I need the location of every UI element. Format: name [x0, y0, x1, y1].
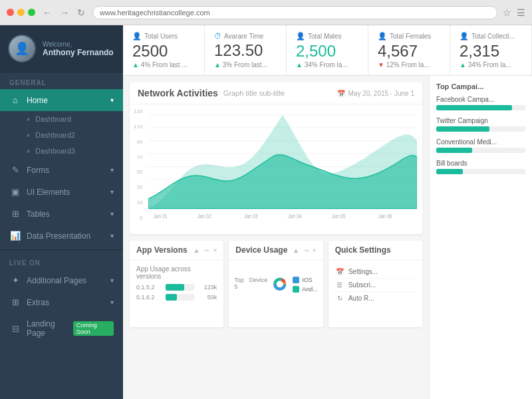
device-usage-body: Top 5 Device [229, 260, 323, 309]
qs-subscri-label: Subscri... [348, 281, 376, 289]
pin-icon[interactable]: ⊸ [303, 247, 309, 254]
total-females-label: Total Females [390, 33, 431, 40]
content-left: Network Activities Graph title sub-title… [123, 76, 429, 399]
calendar-icon: 📅 [335, 268, 344, 275]
device-legend-android: And... [293, 286, 318, 293]
sidebar-item-extras-label: Extras [27, 298, 49, 307]
app-versions-actions: ▲ ⊸ × [194, 247, 217, 254]
star-icon[interactable]: ☆ [503, 7, 511, 18]
sidebar-item-home[interactable]: ⌂ Home ▾ [0, 89, 123, 111]
y-label: 30 [134, 184, 142, 190]
up-arrow-icon: ▲ [296, 61, 303, 68]
top-campaigns-title: Top Campai... [436, 82, 525, 90]
qs-item-settings[interactable]: 📅 Settings... [335, 265, 416, 279]
total-males-label: Total Males [308, 33, 342, 40]
version-value-2: 50k [198, 294, 217, 301]
menu-icon[interactable]: ☰ [517, 7, 525, 18]
close-icon[interactable]: × [313, 247, 317, 254]
up-icon[interactable]: ▲ [194, 247, 200, 254]
pin-icon[interactable]: ⊸ [203, 247, 209, 254]
network-activities-subtitle: Graph title sub-title [223, 89, 285, 97]
qs-item-subscri[interactable]: ☰ Subscri... [335, 279, 416, 292]
content-area: Network Activities Graph title sub-title… [123, 76, 532, 399]
sidebar-item-additional-pages[interactable]: ✦ Additional Pages ▾ [0, 269, 123, 291]
avarare-time-label: Avarare Time [224, 33, 263, 40]
forward-button[interactable]: → [58, 7, 71, 18]
extras-icon: ⊞ [9, 297, 21, 307]
chevron-down-icon: ▾ [110, 188, 114, 196]
landing-page-icon: ⊟ [9, 324, 21, 334]
data-icon: 📊 [9, 231, 21, 241]
campaign-bar-fill-twitter [436, 126, 489, 132]
user-name: Anthony Fernando [43, 48, 115, 57]
browser-navigation: ← → ↻ [41, 7, 87, 18]
ios-label: IOS [302, 277, 313, 283]
y-label: 90 [134, 139, 142, 145]
svg-text:Jan 06: Jan 06 [378, 213, 393, 219]
sidebar-item-data-label: Data Presentation [27, 231, 90, 241]
sidebar-item-landing-page[interactable]: ⊟ Landing Page Coming Soon [0, 313, 123, 344]
sidebar-sub-dashboard3[interactable]: Dashboard3 [0, 143, 123, 159]
additional-pages-icon: ✦ [9, 275, 21, 285]
app-versions-card: App Versions ▲ ⊸ × App Usage across vers… [130, 241, 223, 327]
sidebar-item-extras[interactable]: ⊞ Extras ▾ [0, 291, 123, 313]
network-activities-title: Network Activities [138, 88, 218, 98]
sidebar-sub-dashboard[interactable]: Dashboard [0, 111, 123, 127]
close-icon[interactable]: × [213, 247, 217, 254]
forms-icon: ✎ [9, 165, 21, 175]
sidebar-item-home-label: Home [27, 96, 48, 105]
total-users-value: 2500 [132, 43, 195, 59]
version-bar-bg-1 [166, 284, 194, 291]
version-bar-fill-1 [166, 284, 184, 291]
content-right: Top Campai... Facebook Campa... Twitter … [429, 76, 532, 399]
avarare-time-value: 123.50 [214, 43, 277, 59]
sidebar-item-forms[interactable]: ✎ Forms ▾ [0, 159, 123, 181]
campaign-bar-fill-facebook [436, 105, 512, 110]
chevron-down-icon: ▾ [110, 299, 114, 306]
android-label: And... [302, 286, 318, 293]
address-bar[interactable]: www.heritagechristiancollege.com [92, 6, 497, 19]
maximize-dot[interactable] [28, 9, 35, 16]
back-button[interactable]: ← [41, 7, 54, 18]
close-dot[interactable] [7, 9, 14, 16]
campaign-billboards: Bill boards [436, 160, 525, 174]
total-collecti-value: 2,315 [460, 43, 522, 59]
ui-elements-icon: ▣ [9, 187, 21, 197]
campaign-facebook: Facebook Campa... [436, 96, 525, 110]
sidebar-item-landing-label: Landing Page [27, 319, 73, 338]
y-axis: 130 110 90 70 50 30 10 0 [131, 108, 145, 221]
version-bar-bg-2 [166, 294, 194, 301]
up-arrow-icon: ▲ [214, 61, 221, 68]
svg-text:Jan 01: Jan 01 [154, 213, 168, 219]
sidebar-item-tables-label: Tables [27, 209, 50, 219]
sidebar-item-ui-elements[interactable]: ▣ UI Elements ▾ [0, 181, 123, 203]
down-arrow-icon: ▼ [378, 61, 384, 68]
y-label: 50 [134, 169, 142, 175]
up-icon[interactable]: ▲ [293, 247, 299, 254]
campaign-bar-bg-facebook [436, 105, 525, 110]
total-males-value: 2,500 [296, 43, 358, 59]
y-label: 0 [134, 215, 142, 221]
svg-text:Jan 03: Jan 03 [244, 213, 259, 219]
qs-settings-label: Settings... [348, 268, 378, 275]
minimize-dot[interactable] [17, 9, 25, 16]
up-arrow-icon: ▲ [132, 61, 139, 68]
sidebar-item-data-presentation[interactable]: 📊 Data Presentation ▾ [0, 225, 123, 247]
campaign-name-twitter: Twitter Campaign [436, 117, 525, 124]
device-donut-chart [273, 263, 287, 306]
total-users-change: ▲ 4% From last ... [132, 61, 195, 68]
qs-item-auto[interactable]: ↻ Auto R... [335, 292, 416, 305]
main-content: 👤 Total Users 2500 ▲ 4% From last ... ⏱ … [123, 25, 532, 399]
sidebar-item-tables[interactable]: ⊞ Tables ▾ [0, 203, 123, 225]
quick-settings-header: Quick Settings [329, 241, 422, 260]
list-icon: ☰ [335, 281, 344, 289]
campaign-bar-bg-twitter [436, 126, 525, 132]
males-icon: 👤 [296, 32, 305, 41]
refresh-button[interactable]: ↻ [75, 7, 87, 18]
y-label: 130 [134, 108, 142, 114]
sidebar-sub-dashboard2[interactable]: Dashboard2 [0, 127, 123, 143]
chevron-down-icon: ▾ [110, 96, 114, 104]
total-females-change: ▼ 12% From la... [378, 61, 440, 68]
chevron-down-icon: ▾ [110, 166, 114, 174]
network-activities-header: Network Activities Graph title sub-title… [130, 82, 422, 104]
